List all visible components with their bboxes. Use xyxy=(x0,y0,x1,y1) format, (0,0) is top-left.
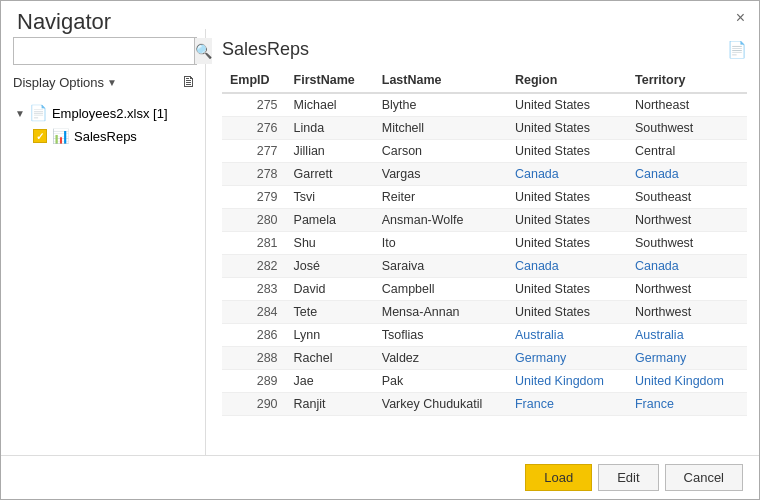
cell-firstname: David xyxy=(286,278,374,301)
display-options-button[interactable]: Display Options ▼ xyxy=(13,75,117,90)
view-icon-button[interactable]: 🗎 xyxy=(181,73,197,91)
cell-empid: 279 xyxy=(222,186,286,209)
cell-region: United States xyxy=(507,278,627,301)
cell-firstname: Jae xyxy=(286,370,374,393)
right-panel: SalesReps 📄 EmpID FirstName LastName Reg… xyxy=(206,29,759,455)
cell-lastname: Mitchell xyxy=(374,117,507,140)
cell-lastname: Varkey Chudukatil xyxy=(374,393,507,416)
cell-region: United States xyxy=(507,140,627,163)
cell-empid: 276 xyxy=(222,117,286,140)
cell-empid: 286 xyxy=(222,324,286,347)
cell-territory: Australia xyxy=(627,324,747,347)
tree-file-item[interactable]: ▼ 📄 Employees2.xlsx [1] xyxy=(13,101,197,125)
display-options-label: Display Options xyxy=(13,75,104,90)
cell-empid: 278 xyxy=(222,163,286,186)
table-row: 280 Pamela Ansman-Wolfe United States No… xyxy=(222,209,747,232)
table-icon: 📊 xyxy=(52,128,69,144)
table-row: 281 Shu Ito United States Southwest xyxy=(222,232,747,255)
cell-empid: 289 xyxy=(222,370,286,393)
table-row: 284 Tete Mensa-Annan United States North… xyxy=(222,301,747,324)
cell-empid: 283 xyxy=(222,278,286,301)
table-row: 278 Garrett Vargas Canada Canada xyxy=(222,163,747,186)
cell-territory: United Kingdom xyxy=(627,370,747,393)
cell-empid: 277 xyxy=(222,140,286,163)
cell-lastname: Valdez xyxy=(374,347,507,370)
data-table: EmpID FirstName LastName Region Territor… xyxy=(222,68,747,416)
tree: ▼ 📄 Employees2.xlsx [1] 📊 SalesReps xyxy=(13,101,197,147)
table-header-row: EmpID FirstName LastName Region Territor… xyxy=(222,68,747,93)
col-territory: Territory xyxy=(627,68,747,93)
cell-territory: France xyxy=(627,393,747,416)
col-region: Region xyxy=(507,68,627,93)
cell-territory: Southwest xyxy=(627,232,747,255)
cell-lastname: Pak xyxy=(374,370,507,393)
display-options-arrow-icon: ▼ xyxy=(107,77,117,88)
cell-lastname: Reiter xyxy=(374,186,507,209)
cell-lastname: Vargas xyxy=(374,163,507,186)
tree-child-item[interactable]: 📊 SalesReps xyxy=(13,125,197,147)
right-title: SalesReps xyxy=(222,39,727,60)
table-row: 286 Lynn Tsoflias Australia Australia xyxy=(222,324,747,347)
cell-firstname: Tsvi xyxy=(286,186,374,209)
load-button[interactable]: Load xyxy=(525,464,592,491)
cell-lastname: Tsoflias xyxy=(374,324,507,347)
close-button[interactable]: × xyxy=(730,8,751,28)
cell-firstname: Jillian xyxy=(286,140,374,163)
cell-region: Canada xyxy=(507,163,627,186)
cell-region: United States xyxy=(507,186,627,209)
dialog-title: Navigator xyxy=(17,9,111,35)
cell-territory: Canada xyxy=(627,255,747,278)
cell-region: Australia xyxy=(507,324,627,347)
cell-firstname: José xyxy=(286,255,374,278)
cell-region: United States xyxy=(507,117,627,140)
cell-empid: 275 xyxy=(222,93,286,117)
search-box: 🔍 xyxy=(13,37,197,65)
right-header: SalesReps 📄 xyxy=(222,39,747,60)
cell-territory: Northwest xyxy=(627,301,747,324)
table-row: 289 Jae Pak United Kingdom United Kingdo… xyxy=(222,370,747,393)
export-icon: 📄 xyxy=(727,41,747,58)
export-icon-button[interactable]: 📄 xyxy=(727,40,747,59)
table-row: 275 Michael Blythe United States Northea… xyxy=(222,93,747,117)
cell-territory: Canada xyxy=(627,163,747,186)
titlebar: Navigator × xyxy=(1,1,759,29)
cell-territory: Northwest xyxy=(627,278,747,301)
cell-lastname: Mensa-Annan xyxy=(374,301,507,324)
dialog-footer: Load Edit Cancel xyxy=(1,455,759,499)
col-empid: EmpID xyxy=(222,68,286,93)
cancel-button[interactable]: Cancel xyxy=(665,464,743,491)
cell-region: United States xyxy=(507,209,627,232)
table-row: 288 Rachel Valdez Germany Germany xyxy=(222,347,747,370)
cell-region: United States xyxy=(507,93,627,117)
search-input[interactable] xyxy=(14,38,194,64)
excel-icon: 📄 xyxy=(29,104,48,122)
col-lastname: LastName xyxy=(374,68,507,93)
left-panel: 🔍 Display Options ▼ 🗎 ▼ 📄 Employees2.xl xyxy=(1,29,206,455)
cell-region: United States xyxy=(507,232,627,255)
cell-lastname: Blythe xyxy=(374,93,507,117)
cell-firstname: Pamela xyxy=(286,209,374,232)
dialog-body: 🔍 Display Options ▼ 🗎 ▼ 📄 Employees2.xl xyxy=(1,29,759,455)
table-row: 276 Linda Mitchell United States Southwe… xyxy=(222,117,747,140)
cell-lastname: Ansman-Wolfe xyxy=(374,209,507,232)
cell-region: United Kingdom xyxy=(507,370,627,393)
cell-territory: Central xyxy=(627,140,747,163)
table-row: 282 José Saraiva Canada Canada xyxy=(222,255,747,278)
cell-empid: 284 xyxy=(222,301,286,324)
cell-firstname: Tete xyxy=(286,301,374,324)
cell-empid: 290 xyxy=(222,393,286,416)
cell-firstname: Rachel xyxy=(286,347,374,370)
cell-empid: 281 xyxy=(222,232,286,255)
cell-empid: 282 xyxy=(222,255,286,278)
cell-lastname: Campbell xyxy=(374,278,507,301)
tree-child-label: SalesReps xyxy=(74,129,137,144)
cell-territory: Northwest xyxy=(627,209,747,232)
view-icon: 🗎 xyxy=(181,73,197,90)
cell-region: Germany xyxy=(507,347,627,370)
checkbox-salesreps[interactable] xyxy=(33,129,47,143)
tree-expand-icon: ▼ xyxy=(15,108,25,119)
cell-firstname: Linda xyxy=(286,117,374,140)
cell-empid: 288 xyxy=(222,347,286,370)
col-firstname: FirstName xyxy=(286,68,374,93)
edit-button[interactable]: Edit xyxy=(598,464,658,491)
